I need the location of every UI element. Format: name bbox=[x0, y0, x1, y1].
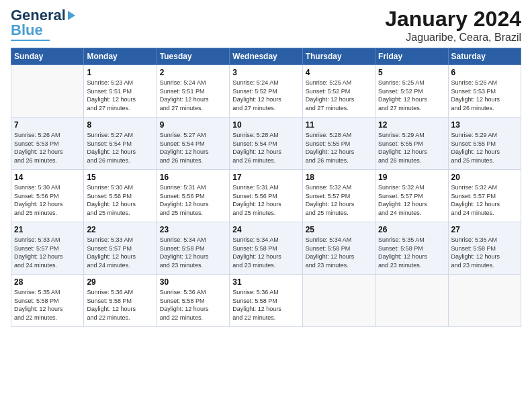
table-row: 20Sunrise: 5:32 AMSunset: 5:57 PMDayligh… bbox=[448, 170, 521, 222]
table-row: 21Sunrise: 5:33 AMSunset: 5:57 PMDayligh… bbox=[11, 222, 84, 275]
day-number: 26 bbox=[378, 225, 445, 234]
day-info: Sunrise: 5:24 AMSunset: 5:52 PMDaylight:… bbox=[232, 79, 299, 112]
day-info: Sunrise: 5:34 AMSunset: 5:58 PMDaylight:… bbox=[306, 236, 372, 269]
day-info: Sunrise: 5:36 AMSunset: 5:58 PMDaylight:… bbox=[232, 288, 299, 322]
day-info: Sunrise: 5:32 AMSunset: 5:57 PMDaylight:… bbox=[378, 183, 445, 217]
table-row: 12Sunrise: 5:29 AMSunset: 5:55 PMDayligh… bbox=[375, 118, 448, 170]
table-row: 27Sunrise: 5:35 AMSunset: 5:58 PMDayligh… bbox=[448, 222, 521, 275]
day-info: Sunrise: 5:28 AMSunset: 5:55 PMDaylight:… bbox=[306, 131, 372, 165]
day-info: Sunrise: 5:24 AMSunset: 5:51 PMDaylight:… bbox=[160, 79, 226, 112]
day-number: 24 bbox=[232, 225, 299, 234]
day-number: 31 bbox=[232, 277, 299, 287]
day-info: Sunrise: 5:35 AMSunset: 5:58 PMDaylight:… bbox=[451, 236, 518, 269]
day-number: 16 bbox=[160, 173, 226, 182]
day-info: Sunrise: 5:29 AMSunset: 5:55 PMDaylight:… bbox=[378, 131, 445, 165]
day-number: 10 bbox=[232, 120, 299, 130]
table-row: 10Sunrise: 5:28 AMSunset: 5:54 PMDayligh… bbox=[230, 118, 302, 170]
weekday-header-row: Sunday Monday Tuesday Wednesday Thursday… bbox=[11, 48, 521, 65]
table-row bbox=[448, 275, 521, 327]
header-saturday: Saturday bbox=[448, 48, 521, 65]
header-wednesday: Wednesday bbox=[230, 48, 302, 65]
table-row: 28Sunrise: 5:35 AMSunset: 5:58 PMDayligh… bbox=[11, 275, 84, 327]
location: Jaguaribe, Ceara, Brazil bbox=[385, 32, 521, 44]
table-row: 24Sunrise: 5:34 AMSunset: 5:58 PMDayligh… bbox=[230, 222, 302, 275]
day-number: 5 bbox=[378, 68, 445, 77]
table-row: 8Sunrise: 5:27 AMSunset: 5:54 PMDaylight… bbox=[84, 118, 157, 170]
day-number: 27 bbox=[451, 225, 518, 234]
day-info: Sunrise: 5:26 AMSunset: 5:53 PMDaylight:… bbox=[14, 131, 81, 165]
day-number: 8 bbox=[87, 120, 153, 130]
month-title: January 2024 bbox=[385, 7, 521, 32]
table-row bbox=[375, 275, 448, 327]
day-number: 3 bbox=[232, 68, 299, 77]
table-row: 3Sunrise: 5:24 AMSunset: 5:52 PMDaylight… bbox=[230, 65, 302, 118]
day-number: 2 bbox=[160, 68, 226, 77]
day-info: Sunrise: 5:31 AMSunset: 5:56 PMDaylight:… bbox=[232, 183, 299, 217]
day-info: Sunrise: 5:23 AMSunset: 5:51 PMDaylight:… bbox=[87, 79, 153, 112]
title-block: January 2024 Jaguaribe, Ceara, Brazil bbox=[385, 7, 521, 44]
table-row: 16Sunrise: 5:31 AMSunset: 5:56 PMDayligh… bbox=[157, 170, 229, 222]
day-number: 4 bbox=[306, 68, 372, 77]
header: General Blue January 2024 Jaguaribe, Cea… bbox=[11, 7, 521, 44]
day-number: 28 bbox=[14, 277, 81, 287]
day-info: Sunrise: 5:34 AMSunset: 5:58 PMDaylight:… bbox=[232, 236, 299, 269]
header-monday: Monday bbox=[84, 48, 157, 65]
day-number: 21 bbox=[14, 225, 81, 234]
day-number: 29 bbox=[87, 277, 153, 287]
day-info: Sunrise: 5:27 AMSunset: 5:54 PMDaylight:… bbox=[87, 131, 153, 165]
table-row: 31Sunrise: 5:36 AMSunset: 5:58 PMDayligh… bbox=[230, 275, 302, 327]
table-row: 1Sunrise: 5:23 AMSunset: 5:51 PMDaylight… bbox=[84, 65, 157, 118]
logo: General Blue bbox=[11, 7, 75, 41]
logo-underline bbox=[11, 40, 50, 41]
week-row-1: 7Sunrise: 5:26 AMSunset: 5:53 PMDaylight… bbox=[11, 118, 521, 170]
table-row bbox=[302, 275, 375, 327]
table-row: 18Sunrise: 5:32 AMSunset: 5:57 PMDayligh… bbox=[302, 170, 375, 222]
day-info: Sunrise: 5:29 AMSunset: 5:55 PMDaylight:… bbox=[451, 131, 518, 165]
day-info: Sunrise: 5:36 AMSunset: 5:58 PMDaylight:… bbox=[87, 288, 153, 322]
table-row: 29Sunrise: 5:36 AMSunset: 5:58 PMDayligh… bbox=[84, 275, 157, 327]
day-info: Sunrise: 5:33 AMSunset: 5:57 PMDaylight:… bbox=[14, 236, 81, 269]
day-number: 1 bbox=[87, 68, 153, 77]
week-row-0: 1Sunrise: 5:23 AMSunset: 5:51 PMDaylight… bbox=[11, 65, 521, 118]
day-info: Sunrise: 5:28 AMSunset: 5:54 PMDaylight:… bbox=[232, 131, 299, 165]
day-number: 9 bbox=[160, 120, 226, 130]
day-number: 12 bbox=[378, 120, 445, 130]
table-row: 17Sunrise: 5:31 AMSunset: 5:56 PMDayligh… bbox=[230, 170, 302, 222]
day-info: Sunrise: 5:33 AMSunset: 5:57 PMDaylight:… bbox=[87, 236, 153, 269]
table-row: 6Sunrise: 5:26 AMSunset: 5:53 PMDaylight… bbox=[448, 65, 521, 118]
day-info: Sunrise: 5:27 AMSunset: 5:54 PMDaylight:… bbox=[160, 131, 226, 165]
day-number: 20 bbox=[451, 173, 518, 182]
table-row: 13Sunrise: 5:29 AMSunset: 5:55 PMDayligh… bbox=[448, 118, 521, 170]
day-info: Sunrise: 5:30 AMSunset: 5:56 PMDaylight:… bbox=[14, 183, 81, 217]
table-row: 11Sunrise: 5:28 AMSunset: 5:55 PMDayligh… bbox=[302, 118, 375, 170]
table-row bbox=[11, 65, 84, 118]
table-row: 30Sunrise: 5:36 AMSunset: 5:58 PMDayligh… bbox=[157, 275, 229, 327]
day-number: 14 bbox=[14, 173, 81, 182]
table-row: 15Sunrise: 5:30 AMSunset: 5:56 PMDayligh… bbox=[84, 170, 157, 222]
logo-blue: Blue bbox=[11, 21, 43, 39]
table-row: 19Sunrise: 5:32 AMSunset: 5:57 PMDayligh… bbox=[375, 170, 448, 222]
day-number: 13 bbox=[451, 120, 518, 130]
day-info: Sunrise: 5:25 AMSunset: 5:52 PMDaylight:… bbox=[378, 79, 445, 112]
day-info: Sunrise: 5:36 AMSunset: 5:58 PMDaylight:… bbox=[160, 288, 226, 322]
day-number: 22 bbox=[87, 225, 153, 234]
table-row: 4Sunrise: 5:25 AMSunset: 5:52 PMDaylight… bbox=[302, 65, 375, 118]
day-number: 19 bbox=[378, 173, 445, 182]
header-tuesday: Tuesday bbox=[157, 48, 229, 65]
day-number: 11 bbox=[306, 120, 372, 130]
table-row: 7Sunrise: 5:26 AMSunset: 5:53 PMDaylight… bbox=[11, 118, 84, 170]
day-info: Sunrise: 5:26 AMSunset: 5:53 PMDaylight:… bbox=[451, 79, 518, 112]
table-row: 22Sunrise: 5:33 AMSunset: 5:57 PMDayligh… bbox=[84, 222, 157, 275]
day-info: Sunrise: 5:32 AMSunset: 5:57 PMDaylight:… bbox=[451, 183, 518, 217]
table-row: 14Sunrise: 5:30 AMSunset: 5:56 PMDayligh… bbox=[11, 170, 84, 222]
day-number: 30 bbox=[160, 277, 226, 287]
day-info: Sunrise: 5:34 AMSunset: 5:58 PMDaylight:… bbox=[160, 236, 226, 269]
day-number: 6 bbox=[451, 68, 518, 77]
day-number: 25 bbox=[306, 225, 372, 234]
day-number: 18 bbox=[306, 173, 372, 182]
day-number: 23 bbox=[160, 225, 226, 234]
day-number: 15 bbox=[87, 173, 153, 182]
logo-arrow-icon bbox=[68, 11, 75, 20]
header-thursday: Thursday bbox=[302, 48, 375, 65]
day-number: 17 bbox=[232, 173, 299, 182]
